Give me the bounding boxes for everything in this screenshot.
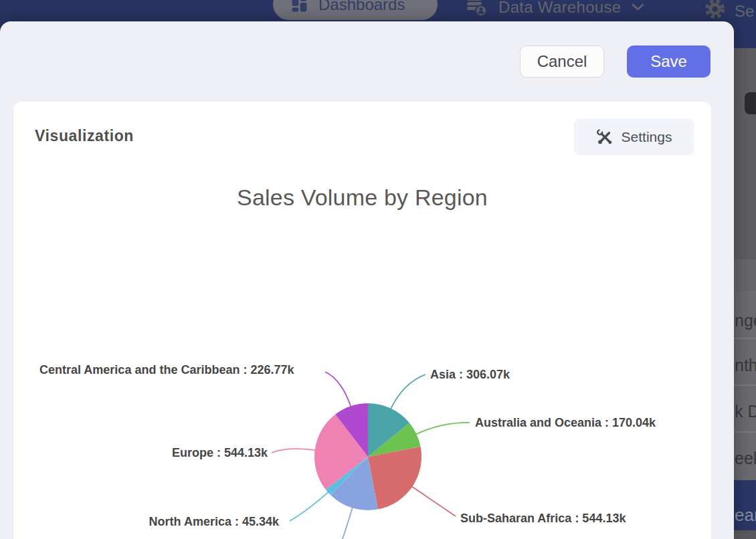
visualization-modal: Cancel Save Visualization Settings Sales… <box>0 21 734 539</box>
save-button[interactable]: Save <box>627 45 711 78</box>
divider <box>734 338 756 339</box>
dropdown-item-fragment[interactable]: k D <box>735 402 756 421</box>
dropdown-item-fragment[interactable]: nge <box>735 311 756 330</box>
divider <box>734 431 756 433</box>
cancel-button-label: Cancel <box>537 52 587 71</box>
nav-data-warehouse-label: Data Warehouse <box>498 0 621 17</box>
nav-data-warehouse[interactable]: Data Warehouse <box>465 0 644 21</box>
tab-dashboards-label: Dashboards <box>318 0 405 14</box>
chevron-down-icon <box>632 3 644 11</box>
chart-settings-button-label: Settings <box>622 129 672 145</box>
dropdown-item-fragment[interactable]: nth <box>735 356 756 375</box>
chart-settings-button[interactable]: Settings <box>574 119 694 155</box>
save-button-label: Save <box>650 52 687 71</box>
divider <box>734 385 756 386</box>
dropdown-item-fragment: ear <box>735 505 756 526</box>
dashboard-icon <box>290 0 309 14</box>
tab-dashboards[interactable]: Dashboards <box>273 0 438 20</box>
chart-title: Sales Volume by Region <box>13 185 711 211</box>
section-title: Visualization <box>35 127 134 145</box>
dropdown-item-fragment[interactable]: eek <box>735 449 756 468</box>
visualization-card: Visualization Settings Sales Volume by R… <box>13 102 711 539</box>
dropdown-item-selected[interactable]: ear <box>734 480 756 530</box>
tools-icon <box>596 128 613 146</box>
nav-settings[interactable] <box>704 0 725 22</box>
database-user-icon <box>465 0 488 17</box>
nav-settings-label-fragment: Se <box>735 2 754 21</box>
cancel-button[interactable]: Cancel <box>520 45 604 78</box>
side-panel-button[interactable] <box>745 92 756 114</box>
gear-icon <box>704 0 725 19</box>
